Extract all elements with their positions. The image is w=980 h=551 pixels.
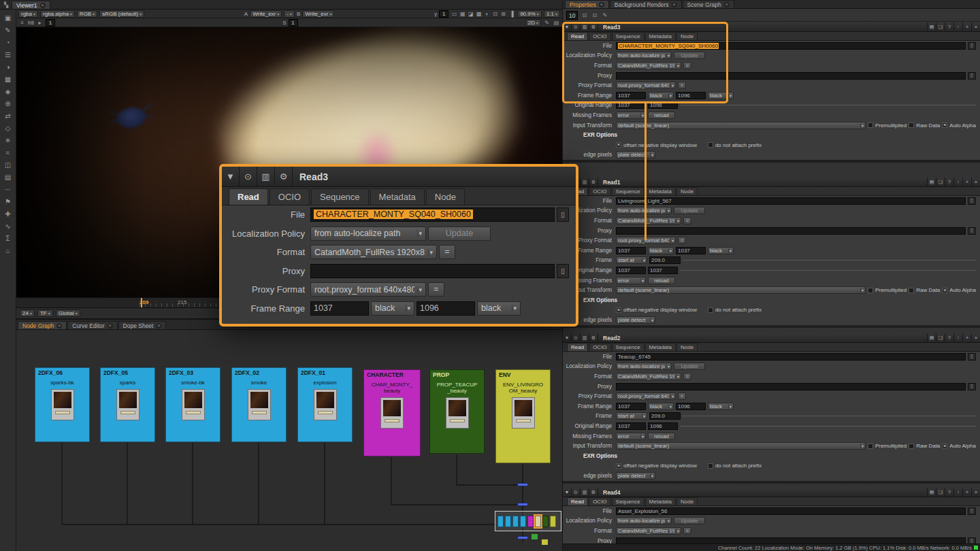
curves-icon[interactable]: ∿	[2, 220, 14, 232]
cluster-node[interactable]	[520, 516, 526, 527]
proxy-field[interactable]	[616, 537, 966, 544]
original-start-field[interactable]: 1037	[616, 267, 646, 274]
gamma-field[interactable]: 1	[439, 10, 448, 18]
auto-alpha-checkbox[interactable]: ✕Auto Alpha	[942, 287, 976, 293]
original-start-field[interactable]: 1037	[616, 422, 646, 430]
localization-policy-dropdown[interactable]: from auto-localize path▾	[616, 363, 672, 370]
other-icon[interactable]: ⚑	[2, 196, 14, 207]
file-field[interactable]: Teacup_6745	[616, 353, 966, 361]
tab-metadata[interactable]: Metadata	[370, 188, 425, 205]
proxy-field[interactable]	[616, 72, 966, 80]
range-mode-dropdown[interactable]: Global▾	[56, 310, 80, 317]
transform-icon[interactable]: ⇄	[2, 110, 14, 122]
add-icon[interactable]: +	[962, 333, 971, 343]
file-field[interactable]: CHARACTER_MONTY_SQ040_SH0060	[310, 207, 555, 222]
overlay-icon[interactable]: ▦	[459, 10, 466, 18]
file-field[interactable]: Livingroom_Light_567	[616, 197, 966, 205]
wrench-icon[interactable]: ⚙	[589, 333, 598, 343]
original-end-field[interactable]: 1096	[648, 101, 678, 109]
update-button[interactable]: Update	[674, 517, 705, 524]
wrench-icon[interactable]: ⚙	[275, 167, 293, 187]
read-node[interactable]	[512, 397, 535, 429]
step-icon[interactable]: ▸	[36, 19, 44, 27]
backdrop-prop[interactable]: PROPPROP_TEACUP_beauty	[429, 369, 485, 454]
equals-button[interactable]: =	[439, 245, 455, 259]
backdrop-2dfx_01[interactable]: 2DFX_01explosion	[297, 367, 353, 442]
gain-icon[interactable]: ◐	[483, 10, 491, 18]
cluster-node[interactable]	[505, 516, 511, 527]
raw-data-checkbox[interactable]: Raw Data	[909, 287, 940, 293]
frame-end-field[interactable]: 1096	[416, 301, 475, 316]
center-icon[interactable]: ⊙	[572, 488, 581, 497]
pause-icon[interactable]: ▐	[508, 10, 515, 18]
input-transform-dropdown[interactable]: default (scene_linear)▾	[616, 442, 866, 450]
proxy-icon[interactable]: ⊞	[500, 10, 507, 18]
tab-metadata[interactable]: Metadata	[645, 32, 676, 40]
cluster-node[interactable]	[527, 516, 534, 527]
small-node[interactable]	[542, 539, 548, 545]
frame-start-field[interactable]: 1037	[616, 403, 646, 410]
color-icon[interactable]: ◑	[2, 61, 14, 73]
draw-icon[interactable]: ✎	[2, 24, 14, 36]
equals-button[interactable]: =	[678, 393, 686, 400]
update-button[interactable]: Update	[428, 227, 491, 241]
frame-start-field[interactable]: 1037	[616, 247, 646, 254]
reload-button[interactable]: reload	[648, 433, 675, 440]
channel-icon[interactable]: ☰	[2, 49, 14, 61]
undock-icon[interactable]: ↑	[953, 178, 962, 187]
format-dropdown[interactable]: CatandMoth_FullRes 1920x812▾	[616, 527, 681, 535]
frame-start-field[interactable]: 1037	[310, 301, 369, 316]
backdrop-2dfx_05[interactable]: 2DFX_05sparks	[100, 367, 155, 442]
read-node[interactable]	[182, 389, 205, 420]
format-dropdown[interactable]: CatandMoth_FullRes 1920x812▾	[616, 373, 681, 380]
read-node[interactable]	[314, 389, 337, 420]
close-icon[interactable]: ×	[971, 333, 980, 343]
float-icon[interactable]: ❏	[936, 333, 945, 343]
frame-mode-dropdown[interactable]: start at▾	[616, 256, 647, 264]
small-node[interactable]	[532, 534, 538, 539]
ratio-dropdown[interactable]: 1:1▾	[544, 10, 560, 18]
cluster-node[interactable]	[550, 516, 556, 527]
filter-icon[interactable]: ▦	[2, 73, 14, 85]
time-icon[interactable]: ◔	[2, 37, 14, 48]
tab-background-renders[interactable]: Background Renders×	[610, 0, 682, 8]
auto-alpha-checkbox[interactable]: ✕Auto Alpha	[942, 443, 976, 449]
frame-end-field[interactable]: 1037	[676, 247, 706, 254]
menu-icon[interactable]: ≡	[18, 19, 26, 27]
wrench-icon[interactable]: ⚙	[589, 178, 598, 187]
equals-button[interactable]: =	[683, 62, 691, 69]
format-dropdown[interactable]: CatandMoth_FullRes 1920x812▾	[616, 217, 681, 224]
grid-icon[interactable]: ▤	[927, 333, 936, 343]
tab-read[interactable]: Read	[567, 343, 588, 351]
no-prefix-checkbox[interactable]: do not attach prefix	[708, 307, 762, 313]
checker-icon[interactable]: ▩	[475, 10, 483, 18]
frame-end-field[interactable]: 1096	[676, 403, 706, 410]
add-icon[interactable]: +	[962, 488, 971, 497]
grid-icon[interactable]: ▤	[927, 488, 936, 497]
help-icon[interactable]: ?	[945, 22, 953, 32]
input-b-dropdown[interactable]: Write_exr▾	[302, 10, 334, 18]
wrench-icon[interactable]: ⚙	[589, 488, 598, 497]
raw-data-checkbox[interactable]: Raw Data	[909, 443, 940, 449]
tab-node[interactable]: Node	[676, 187, 698, 195]
after-dropdown[interactable]: black▾	[708, 92, 734, 99]
file-field[interactable]: CHARACTER_MONTY_SQ040_SH0060	[616, 42, 966, 50]
collapse-icon[interactable]: ▼	[563, 333, 572, 343]
grid-icon[interactable]: ▤	[927, 178, 936, 187]
backdrop-2dfx_06[interactable]: 2DFX_06sparks-bk	[35, 367, 90, 442]
layer-dropdown[interactable]: rgba▾	[18, 10, 38, 18]
read-node[interactable]	[248, 389, 271, 420]
tab-read[interactable]: Read	[229, 188, 268, 205]
selected-node-cluster[interactable]	[495, 511, 561, 531]
edge-pixels-dropdown[interactable]: plate detect▾	[616, 316, 655, 324]
format-dropdown[interactable]: CatandMoth_FullRes 1920x812▾	[310, 245, 437, 259]
equals-button[interactable]: =	[428, 282, 444, 297]
file-browse-icon[interactable]: ▯	[968, 197, 976, 205]
cluster-node[interactable]	[542, 516, 549, 527]
localization-policy-dropdown[interactable]: from auto-localize path▾	[310, 227, 426, 241]
proxy-browse-icon[interactable]: ▯	[968, 383, 976, 390]
center-icon[interactable]: ⊙	[572, 22, 581, 32]
file-browse-icon[interactable]: ▯	[968, 353, 976, 361]
proxy-browse-icon[interactable]: ▯	[968, 537, 976, 544]
gain-field[interactable]: 1	[46, 19, 55, 27]
